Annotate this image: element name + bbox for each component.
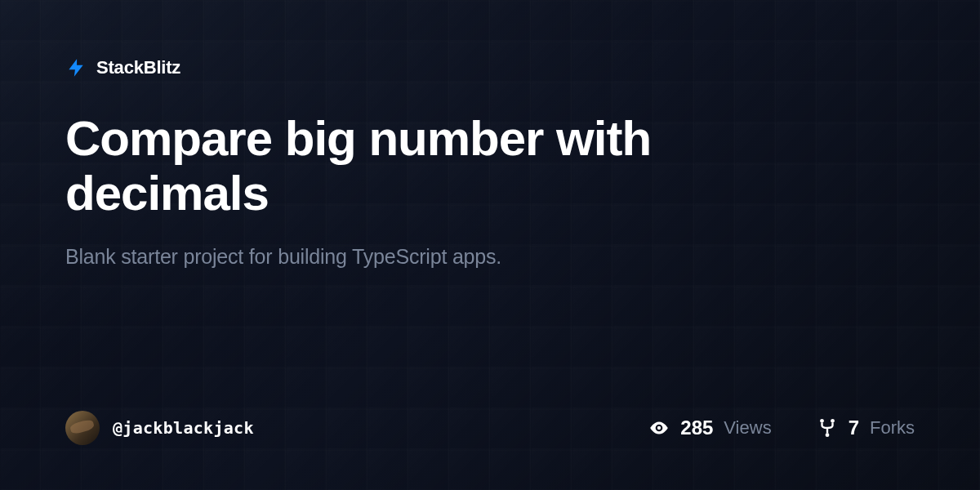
views-stat: 285 Views	[648, 416, 771, 439]
stats-row: 285 Views 7 Forks	[648, 416, 915, 439]
views-value: 285	[680, 416, 713, 439]
fork-icon	[817, 417, 838, 439]
project-title: Compare big number with decimals	[65, 111, 800, 220]
eye-icon	[648, 417, 670, 439]
svg-point-1	[831, 419, 835, 423]
author-username: @jackblackjack	[113, 418, 254, 438]
forks-stat: 7 Forks	[817, 416, 915, 439]
project-description: Blank starter project for building TypeS…	[65, 245, 915, 269]
forks-label: Forks	[870, 417, 915, 439]
lightning-bolt-icon	[65, 57, 87, 78]
views-label: Views	[724, 417, 771, 439]
footer-row: @jackblackjack 285 Views 7 Forks	[65, 411, 915, 445]
card-content: StackBlitz Compare big number with decim…	[0, 0, 980, 490]
forks-value: 7	[849, 416, 859, 439]
svg-point-0	[820, 419, 824, 423]
svg-point-2	[825, 433, 829, 437]
brand-name: StackBlitz	[96, 57, 180, 78]
brand-row: StackBlitz	[65, 57, 915, 78]
avatar	[65, 411, 100, 445]
author-block[interactable]: @jackblackjack	[65, 411, 254, 445]
